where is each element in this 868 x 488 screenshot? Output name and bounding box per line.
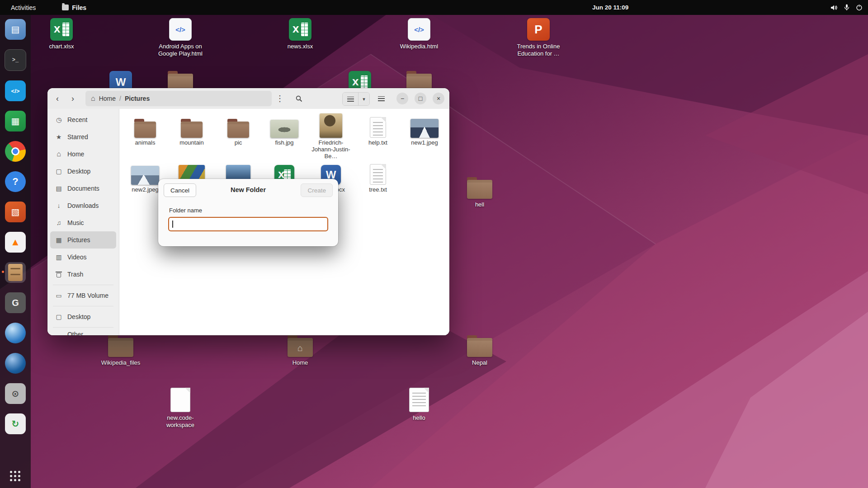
create-button[interactable]: Create [301,183,333,197]
file-item[interactable]: tree.txt [356,159,400,193]
sidebar-item-pictures[interactable]: Pictures [50,231,116,249]
recycle-icon[interactable]: ↻ [5,413,26,434]
view-options-dropdown[interactable]: ▾ [359,93,369,105]
libreoffice-icon[interactable]: ▤ [5,19,26,40]
terminal-icon[interactable]: >_ [5,49,26,71]
file-label: animals [135,139,156,146]
show-applications-button[interactable] [10,471,21,482]
drive-icon [55,292,63,299]
sidebar-item-music[interactable]: Music [50,214,116,231]
file-label: help.txt [368,139,387,146]
desktop-icon[interactable]: Wikipedia.html [390,18,448,50]
sidebar-item-videos[interactable]: Videos [50,249,116,266]
disks-icon[interactable]: ⊙ [5,383,26,404]
text-caret [172,221,173,228]
sidebar-item-starred[interactable]: Starred [50,128,116,145]
file-item[interactable]: animals [123,112,167,146]
file-item[interactable]: new1.jpeg [403,112,446,146]
desktop-icon[interactable]: chart.xlsx [32,18,91,50]
sidebar-item-recent[interactable]: Recent [50,111,116,128]
power-icon [856,4,863,11]
folder-name-input[interactable] [168,217,328,231]
activities-button[interactable]: Activities [6,3,40,13]
plus-icon [55,334,63,335]
desktop-icon[interactable]: hell [450,180,509,208]
folder-icon [467,180,492,199]
back-button[interactable]: ‹ [51,92,64,105]
sidebar-separator [53,306,113,306]
sidebar-item-desktop[interactable]: Desktop [50,163,116,180]
libreoffice-calc-icon[interactable]: ▦ [5,111,26,131]
desktop-icon[interactable]: news.xlsx [271,18,330,50]
document-icon [55,185,63,192]
search-button[interactable] [292,92,305,105]
breadcrumb-segment[interactable]: Home [99,95,116,102]
clock[interactable]: Jun 20 11:09 [592,0,628,15]
file-item[interactable]: fish.jpg [263,112,306,146]
vlc-icon[interactable]: ▲ [5,232,26,253]
volume-icon [830,5,838,11]
image-thumbnail [320,113,342,138]
desktop-icon[interactable]: Nepal [450,338,509,366]
desktop-icon[interactable]: new.code-workspace [151,388,210,429]
breadcrumb[interactable]: ⌂ Home / Pictures [85,91,272,106]
maximize-button[interactable]: □ [415,93,426,104]
desktop-icon[interactable]: Trends in Online Education for … [509,18,568,57]
html-file-icon [408,18,430,41]
file-item[interactable]: help.txt [356,112,400,146]
files-icon[interactable] [5,262,26,283]
sidebar-separator [53,327,113,328]
sidebar-item-desktop-mount[interactable]: Desktop [50,308,116,325]
sidebar-item-other-locations[interactable]: Other Locations [50,329,116,335]
image-thumbnail [410,119,439,138]
file-item[interactable]: mountain [170,112,213,146]
close-button[interactable]: × [433,93,444,104]
sidebar-item-home[interactable]: Home [50,145,116,163]
hamburger-menu-button[interactable] [374,92,388,105]
focused-app-name: Files [72,4,86,11]
image-thumbnail [131,166,159,185]
sidebar-item-volume[interactable]: 77 MB Volume [50,287,116,304]
desktop-icon[interactable]: ⌂ Home [271,338,330,366]
desktop-icon[interactable]: Android Apps on Google Play.html [151,18,210,57]
file-item[interactable]: Friedrich-Johann-Justin-Be… [309,112,353,160]
browser-globe-icon[interactable] [5,323,26,343]
desktop-icon-label: Wikipedia_files [101,359,141,366]
desktop-icon[interactable]: hello [390,388,448,422]
desktop-icon [55,313,63,320]
file-label: new1.jpeg [411,139,438,146]
vscode-icon[interactable]: </> [5,80,26,101]
sidebar-item-label: Downloads [67,202,99,209]
file-label: new2.jpeg [132,186,158,193]
chromium-icon[interactable] [5,353,26,374]
help-icon[interactable]: ? [5,171,26,192]
system-status-area[interactable] [830,0,863,15]
desktop-icon-label: Trends in Online Education for … [509,43,567,57]
desktop-icon-label: chart.xlsx [49,43,74,50]
desktop-icon-label: hell [475,201,484,208]
home-icon [55,150,63,158]
top-bar: Activities Files Jun 20 11:09 [0,0,868,15]
minimize-button[interactable]: − [396,93,408,104]
files-app-icon [62,5,69,10]
sidebar-item-downloads[interactable]: Downloads [50,197,116,214]
spreadsheet-file-icon [50,18,73,41]
focused-app-menu[interactable]: Files [62,4,86,11]
sidebar-item-trash[interactable]: Trash [50,266,116,283]
desktop-icon-label: hello [413,414,425,422]
text-file-icon [370,164,386,185]
desktop-icon[interactable]: Wikipedia_files [91,338,150,366]
sidebar-item-label: Pictures [67,236,90,244]
file-item[interactable]: pic [217,112,260,146]
file-label: mountain [179,139,203,146]
star-icon [55,133,63,141]
forward-button[interactable]: › [66,92,79,105]
kebab-menu-button[interactable]: ⋮ [274,92,286,105]
sidebar-item-label: Desktop [67,168,90,175]
breadcrumb-segment-current[interactable]: Pictures [125,95,150,102]
libreoffice-impress-icon[interactable]: ▧ [5,202,26,222]
sidebar-item-documents[interactable]: Documents [50,180,116,197]
chrome-icon[interactable] [5,141,26,162]
list-view-button[interactable] [343,93,359,105]
gimp-icon[interactable]: G [5,292,26,313]
